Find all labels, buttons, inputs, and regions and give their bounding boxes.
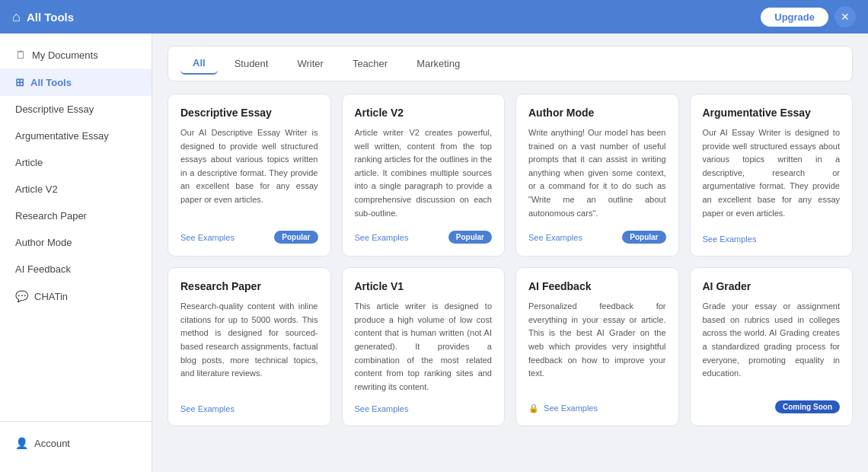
card-descriptive-essay: Descriptive Essay Our AI Descriptive Ess… — [168, 94, 331, 257]
sidebar-label-my-documents: My Documents — [32, 49, 98, 61]
body: 🗒 My Documents ⊞ All Tools Descriptive E… — [0, 33, 868, 472]
badge-coming-soon-ai-grader: Coming Soon — [775, 400, 840, 413]
see-examples-article-v1[interactable]: See Examples — [355, 404, 409, 413]
card-footer-argumentative-essay: See Examples — [703, 234, 841, 244]
card-ai-feedback: AI Feedback Personalized feedback for ev… — [515, 267, 679, 426]
card-desc-article-v1: This article writer is designed to produ… — [355, 300, 493, 394]
card-footer-article-v2: See Examples Popular — [355, 231, 493, 244]
sidebar-item-research-paper[interactable]: Research Paper — [0, 203, 152, 229]
sidebar-label-chatin: CHATin — [34, 291, 68, 302]
header: ⌂ All Tools Upgrade ✕ — [0, 0, 868, 33]
card-desc-argumentative-essay: Our AI Essay Writer is designed to provi… — [703, 126, 841, 224]
badge-popular-author-mode: Popular — [622, 231, 665, 244]
sidebar-bottom: 👤 Account — [0, 421, 152, 464]
card-footer-article-v1: See Examples — [355, 404, 493, 413]
card-title-author-mode: Author Mode — [528, 107, 666, 119]
see-examples-ai-feedback[interactable]: 🔒 See Examples — [528, 403, 598, 413]
card-desc-ai-grader: Grade your essay or assignment based on … — [703, 300, 841, 390]
card-desc-author-mode: Write anything! Our model has been train… — [528, 126, 666, 220]
see-examples-descriptive-essay[interactable]: See Examples — [180, 233, 235, 242]
sidebar-label-author-mode: Author Mode — [15, 237, 72, 248]
card-footer-ai-feedback: 🔒 See Examples — [528, 403, 666, 413]
card-desc-article-v2: Article writer V2 creates powerful, well… — [355, 126, 493, 220]
chat-icon: 💬 — [15, 290, 28, 302]
sidebar-label-all-tools: All Tools — [30, 77, 72, 88]
document-icon: 🗒 — [15, 49, 26, 61]
sidebar-label-descriptive-essay: Descriptive Essay — [15, 104, 94, 115]
card-desc-descriptive-essay: Our AI Descriptive Essay Writer is desig… — [180, 126, 318, 220]
card-ai-grader: AI Grader Grade your essay or assignment… — [690, 267, 854, 426]
sidebar-item-article-v2[interactable]: Article V2 — [0, 176, 152, 203]
see-examples-author-mode[interactable]: See Examples — [528, 233, 582, 242]
grid-icon: ⊞ — [15, 76, 24, 88]
sidebar-item-ai-feedback[interactable]: AI Feedback — [0, 256, 152, 282]
tab-all[interactable]: All — [180, 53, 218, 75]
cards-row-1: Descriptive Essay Our AI Descriptive Ess… — [168, 94, 853, 257]
upgrade-button[interactable]: Upgrade — [761, 8, 828, 27]
sidebar-label-research-paper: Research Paper — [15, 210, 87, 222]
tab-teacher[interactable]: Teacher — [340, 53, 400, 75]
card-title-article-v1: Article V1 — [355, 280, 493, 292]
tab-writer[interactable]: Writer — [285, 53, 335, 75]
sidebar-label-argumentative-essay: Argumentative Essay — [15, 130, 109, 142]
card-article-v2: Article V2 Article writer V2 creates pow… — [342, 94, 506, 257]
sidebar-item-chatin[interactable]: 💬 CHATin — [0, 282, 152, 310]
close-button[interactable]: ✕ — [834, 6, 856, 27]
sidebar-item-my-documents[interactable]: 🗒 My Documents — [0, 41, 152, 69]
lock-icon-ai-feedback: 🔒 — [528, 403, 539, 413]
card-footer-author-mode: See Examples Popular — [528, 231, 666, 244]
tab-student[interactable]: Student — [222, 53, 281, 75]
card-argumentative-essay: Argumentative Essay Our AI Essay Writer … — [690, 94, 854, 257]
badge-popular-descriptive-essay: Popular — [274, 231, 318, 244]
sidebar-item-account[interactable]: 👤 Account — [0, 429, 152, 457]
card-research-paper: Research Paper Research-quality content … — [168, 267, 331, 426]
sidebar-item-author-mode[interactable]: Author Mode — [0, 229, 152, 256]
card-author-mode: Author Mode Write anything! Our model ha… — [515, 94, 679, 257]
sidebar-label-article-v2: Article V2 — [15, 183, 58, 195]
home-icon: ⌂ — [12, 9, 21, 25]
sidebar-item-descriptive-essay[interactable]: Descriptive Essay — [0, 96, 152, 123]
sidebar-item-argumentative-essay[interactable]: Argumentative Essay — [0, 123, 152, 149]
tab-marketing[interactable]: Marketing — [404, 53, 472, 75]
sidebar-item-all-tools[interactable]: ⊞ All Tools — [0, 69, 152, 96]
sidebar: 🗒 My Documents ⊞ All Tools Descriptive E… — [0, 33, 152, 472]
sidebar-label-article: Article — [15, 157, 43, 168]
card-footer-ai-grader: Coming Soon — [703, 400, 841, 413]
see-examples-research-paper[interactable]: See Examples — [180, 404, 235, 413]
app-title: All Tools — [27, 11, 74, 24]
card-footer-descriptive-essay: See Examples Popular — [180, 231, 318, 244]
main-content: All Student Writer Teacher Marketing Des… — [152, 33, 868, 472]
tabs-bar: All Student Writer Teacher Marketing — [168, 46, 853, 81]
card-title-argumentative-essay: Argumentative Essay — [703, 107, 841, 119]
header-actions: Upgrade ✕ — [761, 6, 856, 27]
account-icon: 👤 — [15, 437, 28, 449]
card-article-v1: Article V1 This article writer is design… — [342, 267, 506, 426]
card-title-ai-grader: AI Grader — [703, 280, 841, 292]
see-examples-article-v2[interactable]: See Examples — [355, 233, 409, 242]
sidebar-item-article[interactable]: Article — [0, 149, 152, 176]
card-footer-research-paper: See Examples — [180, 404, 318, 413]
card-desc-research-paper: Research-quality content with inline cit… — [180, 300, 318, 394]
card-title-ai-feedback: AI Feedback — [528, 280, 666, 292]
see-examples-argumentative-essay[interactable]: See Examples — [703, 234, 757, 244]
sidebar-label-ai-feedback: AI Feedback — [15, 263, 71, 275]
badge-popular-article-v2: Popular — [448, 231, 492, 244]
header-title-group: ⌂ All Tools — [12, 9, 74, 25]
sidebar-label-account: Account — [34, 438, 70, 449]
card-title-article-v2: Article V2 — [355, 107, 493, 119]
card-title-descriptive-essay: Descriptive Essay — [180, 107, 318, 119]
card-desc-ai-feedback: Personalized feedback for everything in … — [528, 300, 666, 393]
card-title-research-paper: Research Paper — [180, 280, 318, 292]
cards-row-2: Research Paper Research-quality content … — [168, 267, 853, 426]
